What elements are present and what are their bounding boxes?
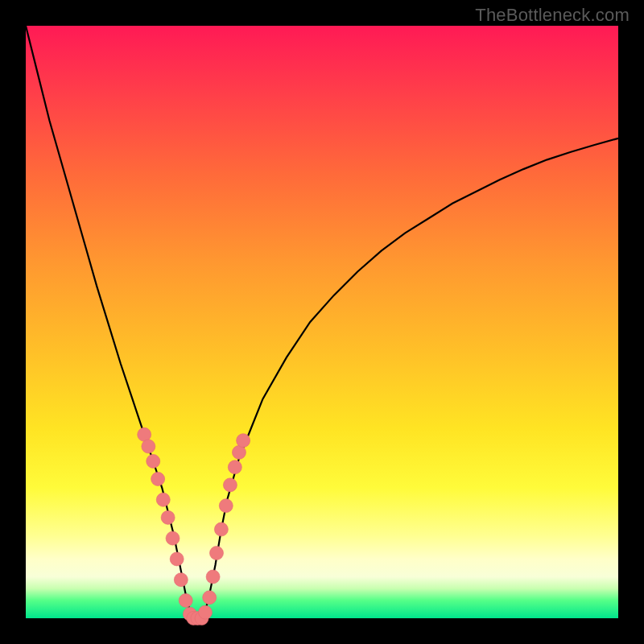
data-marker	[170, 552, 184, 566]
data-marker	[232, 445, 246, 459]
data-marker	[138, 427, 151, 441]
bottleneck-curve	[26, 26, 618, 618]
data-marker	[209, 547, 223, 560]
curve-layer	[26, 26, 618, 618]
data-marker	[223, 478, 237, 492]
data-markers	[138, 427, 250, 625]
data-marker	[237, 434, 250, 448]
data-marker	[179, 593, 192, 607]
data-marker	[166, 531, 180, 545]
data-marker	[161, 510, 175, 524]
data-marker	[156, 493, 170, 506]
data-marker	[151, 473, 165, 486]
data-marker	[214, 522, 228, 536]
data-marker	[174, 573, 188, 587]
watermark-text: TheBottleneck.com	[475, 5, 630, 26]
data-marker	[199, 605, 213, 619]
plot-area	[26, 26, 618, 618]
data-marker	[147, 454, 160, 468]
data-marker	[228, 460, 242, 474]
data-marker	[142, 440, 155, 453]
data-marker	[203, 591, 217, 605]
data-marker	[219, 499, 233, 513]
chart-stage: TheBottleneck.com	[0, 0, 644, 644]
data-marker	[206, 570, 220, 584]
